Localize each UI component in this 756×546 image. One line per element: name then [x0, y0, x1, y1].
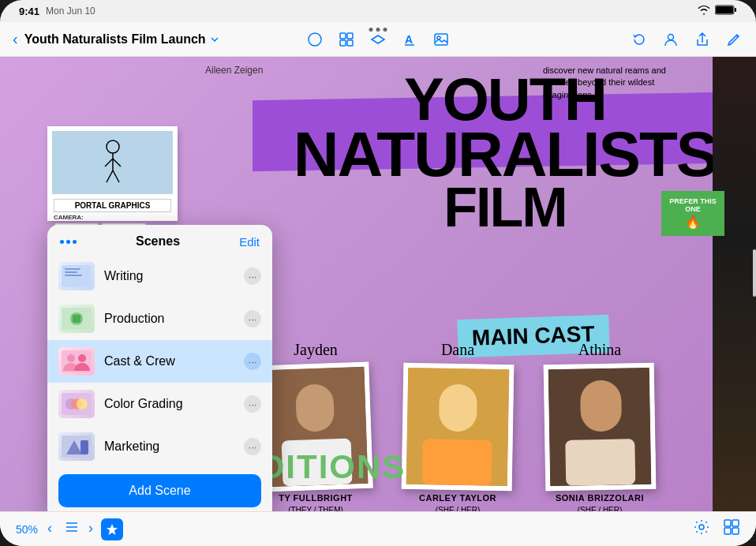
scene-thumb-color [58, 390, 95, 418]
cast-name-1: TY FULLBRIGHT [279, 493, 353, 503]
scene-name-marketing: Marketing [104, 439, 244, 454]
cast-photo-3 [544, 363, 657, 491]
share-icon[interactable] [693, 30, 712, 49]
scene-item-marketing[interactable]: Marketing ··· [47, 425, 272, 468]
cast-sig-3: Athina [578, 341, 621, 359]
status-icons [698, 5, 737, 17]
scene-more-marketing[interactable]: ··· [244, 438, 261, 455]
svg-rect-7 [347, 40, 353, 46]
scene-item-production[interactable]: Production ··· [47, 297, 272, 340]
image-tool-icon[interactable] [432, 30, 451, 49]
svg-rect-49 [724, 520, 731, 526]
film-title-naturalists: NATURALISTS [294, 126, 717, 183]
toolbar-center: A [305, 30, 451, 49]
description-text: discover new natural reams and succeed b… [543, 65, 685, 101]
svg-point-41 [77, 398, 88, 410]
scenes-edit-button[interactable]: Edit [239, 235, 260, 249]
scenes-panel: Scenes Edit Writing ··· Production ··· C… [47, 225, 272, 520]
toolbar-left: ‹ Youth Naturalists Film Launch [13, 30, 305, 48]
bottom-toolbar: 50% ‹ › [0, 511, 756, 546]
svg-rect-27 [565, 439, 635, 486]
nav-list-button[interactable] [65, 520, 79, 538]
scenes-menu-dots[interactable] [60, 240, 77, 244]
collaborate-icon[interactable] [661, 30, 680, 49]
scene-more-production[interactable]: ··· [244, 310, 261, 327]
portal-graphics-label: PORTAL GRAPHICS [54, 199, 171, 212]
cast-photo-2 [402, 363, 515, 491]
svg-rect-30 [65, 271, 77, 273]
rotate-icon[interactable] [630, 30, 649, 49]
svg-rect-34 [73, 315, 80, 323]
scene-item-cast-crew[interactable]: Cast & Crew ··· [47, 340, 272, 383]
svg-point-12 [668, 34, 674, 39]
nav-arrows: ‹ › [47, 520, 93, 538]
view-icon[interactable] [723, 518, 740, 540]
cast-sig-2: Dana [441, 341, 474, 359]
film-title-film: FILM [294, 183, 717, 233]
scene-more-cast-crew[interactable]: ··· [244, 353, 261, 370]
svg-rect-51 [724, 528, 731, 534]
grid-tool-icon[interactable] [337, 30, 356, 49]
dot-2 [66, 240, 70, 244]
svg-rect-24 [422, 439, 492, 486]
svg-rect-4 [340, 33, 346, 39]
cast-person-3-illustration [548, 368, 652, 486]
toolbar-title[interactable]: Youth Naturalists Film Launch [24, 32, 220, 47]
svg-rect-26 [580, 380, 622, 432]
ipad-frame: 9:41 Mon Jun 10 ‹ Youth Naturalists Film… [0, 0, 756, 546]
left-photo-frame: PORTAL GRAPHICS CAMERA: MACRO LENS STEAD… [47, 126, 178, 221]
svg-line-16 [113, 159, 121, 166]
scene-more-writing[interactable]: ··· [244, 267, 261, 285]
figure-illustration [97, 139, 129, 186]
svg-point-48 [699, 525, 704, 529]
edit-icon[interactable] [724, 30, 743, 49]
cast-person-2-illustration [406, 368, 510, 486]
svg-rect-1 [735, 8, 736, 12]
top-dot-1 [369, 28, 373, 32]
prefer-card[interactable]: PREFER THIS ONE 🔥 [661, 191, 724, 236]
svg-line-15 [105, 159, 113, 166]
svg-rect-31 [65, 275, 82, 276]
settings-icon[interactable] [693, 518, 710, 540]
top-dot-2 [376, 28, 380, 32]
scene-more-color-grading[interactable]: ··· [244, 395, 261, 413]
scene-thumb-production [58, 305, 95, 333]
scene-name-color-grading: Color Grading [104, 397, 244, 411]
svg-line-17 [107, 170, 113, 182]
nav-prev-button[interactable]: ‹ [47, 520, 52, 538]
prefer-text: PREFER THIS ONE [668, 197, 718, 213]
scene-name-production: Production [104, 312, 244, 326]
text-tool-icon[interactable]: A [400, 30, 419, 49]
circle-tool-icon[interactable] [305, 30, 324, 49]
back-button[interactable]: ‹ [13, 30, 18, 48]
nav-star-button[interactable] [98, 518, 123, 540]
svg-rect-6 [340, 40, 346, 46]
layers-tool-icon[interactable] [369, 30, 387, 49]
nav-next-button[interactable]: › [88, 520, 93, 538]
svg-rect-5 [347, 33, 353, 39]
svg-point-37 [78, 354, 86, 362]
scenes-panel-title: Scenes [136, 234, 180, 249]
scene-item-color-grading[interactable]: Color Grading ··· [47, 383, 272, 425]
camera-label: CAMERA: [54, 214, 171, 221]
wifi-icon [698, 6, 710, 17]
svg-rect-43 [80, 440, 88, 454]
cast-sig-1: Jayden [294, 341, 338, 359]
scene-item-writing[interactable]: Writing ··· [47, 255, 272, 297]
svg-text:A: A [405, 33, 413, 46]
cast-item-2: Dana CARLEY TAYLOR (SHE / HER) [402, 341, 513, 511]
scene-thumb-cast [58, 347, 95, 376]
cast-pronoun-3: (SHE / HER) [578, 506, 623, 511]
cast-name-2: CARLEY TAYLOR [419, 493, 496, 503]
bottom-content: DITIONS [260, 441, 406, 488]
svg-point-3 [309, 33, 321, 46]
svg-rect-2 [716, 6, 733, 13]
add-scene-button[interactable]: Add Scene [58, 474, 261, 507]
svg-point-13 [107, 140, 119, 153]
svg-rect-20 [295, 383, 335, 432]
toolbar-right [451, 30, 743, 49]
bottom-right-icons [693, 518, 740, 540]
chevron-down-icon [209, 34, 220, 45]
scene-thumb-marketing [58, 432, 95, 461]
zoom-label: 50% [16, 523, 38, 536]
